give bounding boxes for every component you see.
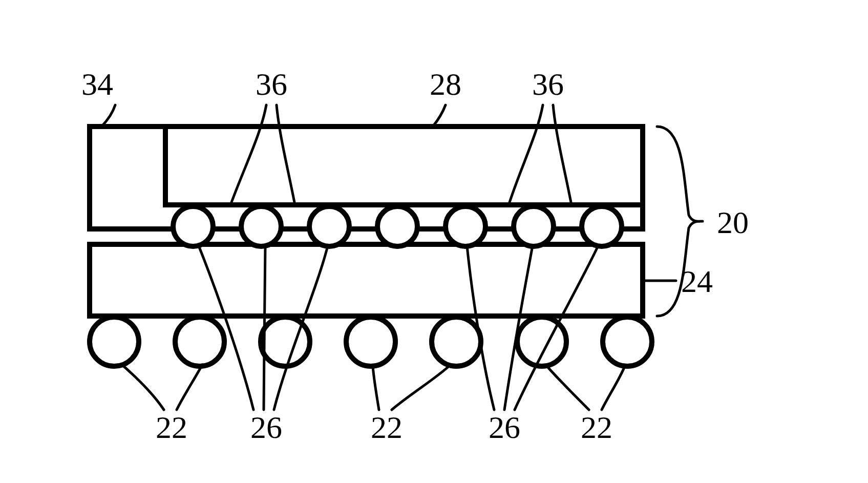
svg-point-4 xyxy=(377,206,417,246)
svg-point-6 xyxy=(514,206,554,246)
package-cross-section-diagram: 34 36 28 36 20 24 22 26 22 26 22 xyxy=(0,0,868,483)
svg-point-14 xyxy=(603,317,652,366)
svg-point-9 xyxy=(175,317,224,366)
label-22-mid: 22 xyxy=(371,410,403,445)
label-36-left: 36 xyxy=(256,67,287,101)
label-22-left: 22 xyxy=(156,410,187,445)
label-26-left: 26 xyxy=(250,410,282,445)
svg-point-1 xyxy=(173,206,213,246)
die-28 xyxy=(165,127,643,205)
svg-point-12 xyxy=(432,317,481,366)
svg-point-2 xyxy=(241,206,281,246)
label-36-right: 36 xyxy=(532,67,564,101)
svg-point-5 xyxy=(446,206,485,246)
outer-balls-22 xyxy=(90,317,652,366)
label-34: 34 xyxy=(81,67,113,101)
svg-point-11 xyxy=(346,317,395,366)
svg-point-3 xyxy=(309,206,349,246)
svg-point-7 xyxy=(582,206,622,246)
inner-bumps-26 xyxy=(173,206,622,246)
label-20: 20 xyxy=(717,205,749,240)
label-28: 28 xyxy=(430,67,461,101)
svg-point-13 xyxy=(517,317,566,366)
svg-point-8 xyxy=(90,317,139,366)
label-22-right: 22 xyxy=(581,410,612,445)
substrate-24 xyxy=(90,244,643,316)
label-24: 24 xyxy=(681,264,713,299)
label-26-right: 26 xyxy=(489,410,520,445)
